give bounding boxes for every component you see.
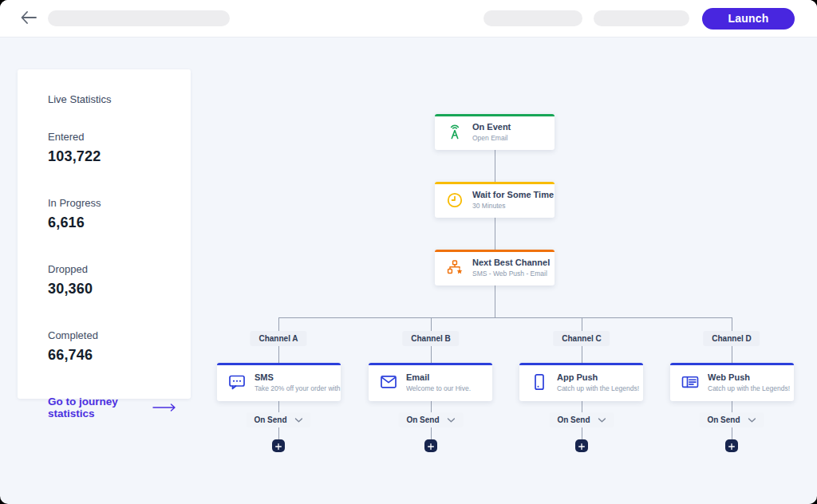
web-push-icon [681, 372, 700, 392]
chevron-down-icon [748, 415, 756, 424]
stat-completed: Completed 66,746 [48, 329, 176, 364]
live-statistics-panel: Live Statistics Entered 103,722 In Progr… [18, 69, 191, 399]
journey-statistics-link-label: Go to journey statistics [48, 396, 145, 419]
app-push-icon [530, 372, 549, 392]
node-title: App Push [557, 372, 638, 382]
node-title: Email [406, 372, 471, 382]
back-button[interactable] [19, 9, 38, 28]
on-send-label: On Send [557, 415, 590, 424]
stat-label: Dropped [48, 263, 176, 275]
node-wait[interactable]: Wait for Some Time 30 Minutes [435, 182, 555, 218]
chevron-down-icon [448, 415, 456, 424]
on-send-dropdown-web-push[interactable]: On Send [699, 412, 764, 427]
title-placeholder [48, 10, 230, 26]
chevron-down-icon [295, 415, 303, 424]
stat-value: 66,746 [48, 347, 176, 364]
node-subtitle: SMS - Web Push - Email [472, 270, 550, 278]
plus-icon [578, 440, 585, 452]
stat-label: Completed [48, 329, 176, 341]
stat-value: 6,616 [48, 215, 176, 231]
app-window: Launch Live Statistics Entered 103,722 I… [0, 0, 817, 504]
node-subtitle: Welcome to our Hive. [406, 384, 471, 392]
node-accent [369, 363, 492, 365]
node-accent [435, 250, 555, 252]
node-title: On Event [472, 122, 511, 132]
on-send-dropdown-sms[interactable]: On Send [246, 412, 310, 427]
chevron-down-icon [598, 415, 606, 424]
journey-statistics-link[interactable]: Go to journey statistics [48, 396, 176, 419]
node-subtitle: 30 Minutes [472, 202, 550, 210]
on-send-label: On Send [406, 415, 439, 424]
node-title: Wait for Some Time [472, 190, 550, 199]
node-title: SMS [255, 372, 336, 382]
node-subtitle: Catch up with the Legends! [557, 384, 638, 392]
add-node-button-app-push[interactable] [575, 439, 588, 452]
plus-icon [428, 440, 434, 452]
node-title: Web Push [708, 372, 789, 382]
node-sms[interactable]: SMS Take 20% off your order with code ..… [217, 363, 341, 401]
node-subtitle: Catch up with the Legends! [708, 384, 789, 392]
node-accent [670, 363, 794, 365]
connector-trigger-wait [495, 150, 495, 182]
node-subtitle: Open Email [472, 134, 511, 142]
stat-entered: Entered 103,722 [48, 131, 176, 165]
node-title: Next Best Channel [472, 258, 550, 267]
add-node-button-email[interactable] [424, 439, 437, 452]
back-arrow-icon [21, 11, 37, 26]
toolbar-placeholder-2 [594, 10, 689, 26]
node-web-push[interactable]: Web Push Catch up with the Legends! [670, 363, 794, 401]
topbar: Launch [0, 0, 817, 37]
add-node-button-sms[interactable] [272, 439, 285, 452]
node-accent [435, 114, 555, 116]
long-arrow-right-icon [152, 402, 176, 414]
plus-icon [728, 440, 735, 452]
node-accent [217, 363, 341, 365]
stat-label: In Progress [48, 197, 176, 209]
node-app-push[interactable]: App Push Catch up with the Legends! [519, 363, 643, 401]
node-subtitle: Take 20% off your order with code ... [255, 384, 336, 392]
launch-button[interactable]: Launch [702, 8, 795, 30]
node-email[interactable]: Email Welcome to our Hive. [369, 363, 492, 401]
connector-wait-split [495, 218, 495, 250]
node-accent [435, 182, 555, 184]
plus-icon [275, 440, 282, 452]
on-send-dropdown-app-push[interactable]: On Send [549, 412, 614, 427]
clock-icon [445, 191, 464, 210]
add-node-button-web-push[interactable] [725, 439, 738, 452]
panel-title: Live Statistics [48, 93, 176, 105]
stat-label: Entered [48, 131, 176, 143]
on-send-label: On Send [707, 415, 740, 424]
sitemap-star-icon [445, 258, 464, 278]
sms-icon [227, 372, 247, 392]
node-accent [519, 363, 643, 365]
node-next-best-channel[interactable]: Next Best Channel SMS - Web Push - Email [435, 250, 555, 285]
email-icon [379, 372, 398, 392]
node-on-event[interactable]: On Event Open Email [435, 114, 555, 150]
branch-label-channel-b: Channel B [402, 331, 459, 346]
stat-value: 103,722 [48, 148, 176, 165]
on-send-label: On Send [254, 415, 286, 424]
connector-split-branches [495, 285, 495, 317]
stat-in-progress: In Progress 6,616 [48, 197, 176, 231]
toolbar-placeholder-1 [483, 10, 582, 26]
connector-branch-rail [278, 317, 732, 318]
antenna-icon [445, 123, 464, 142]
branch-label-channel-c: Channel C [553, 331, 610, 346]
stat-dropped: Dropped 30,360 [48, 263, 176, 297]
branch-label-channel-a: Channel A [250, 331, 306, 346]
branch-label-channel-d: Channel D [703, 331, 760, 346]
stat-value: 30,360 [48, 281, 176, 297]
on-send-dropdown-email[interactable]: On Send [398, 412, 463, 427]
